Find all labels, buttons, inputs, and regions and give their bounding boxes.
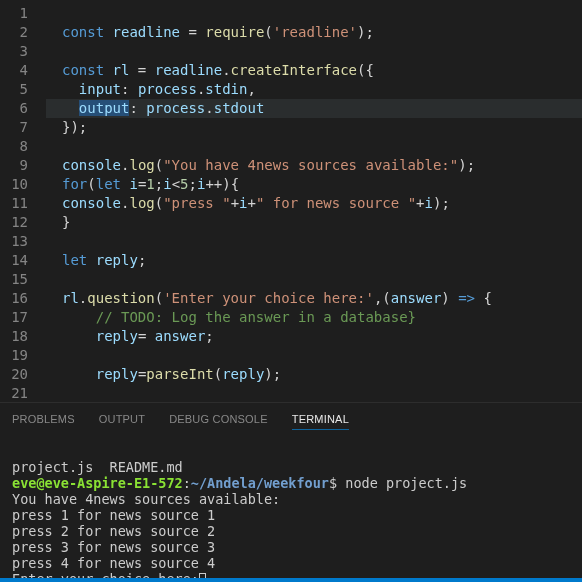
token — [62, 100, 79, 116]
code-line[interactable] — [46, 232, 582, 251]
token: ); — [458, 157, 475, 173]
token: i — [425, 195, 433, 211]
code-line[interactable]: console.log("press "+i+" for news source… — [46, 194, 582, 213]
code-line[interactable] — [46, 346, 582, 365]
token: let — [96, 176, 130, 192]
tab-debug-console[interactable]: DEBUG CONSOLE — [169, 413, 268, 425]
token: input — [79, 81, 121, 97]
code-line[interactable]: rl.question('Enter your choice here:',(a… — [46, 289, 582, 308]
line-number: 8 — [0, 137, 28, 156]
tab-terminal[interactable]: TERMINAL — [292, 413, 349, 430]
token: < — [172, 176, 180, 192]
line-number: 14 — [0, 251, 28, 270]
token: ( — [155, 157, 163, 173]
terminal-output-line: You have 4news sources available: — [12, 491, 280, 507]
token: reply — [96, 252, 138, 268]
line-number: 11 — [0, 194, 28, 213]
token: ,( — [374, 290, 391, 306]
code-line[interactable] — [46, 384, 582, 403]
terminal-prompt: $ — [329, 475, 345, 491]
code-line[interactable]: output: process.stdout — [46, 99, 582, 118]
token: ; — [138, 252, 146, 268]
token: log — [129, 195, 154, 211]
line-number: 3 — [0, 42, 28, 61]
token: reply — [96, 328, 138, 344]
token: , — [247, 81, 255, 97]
token: output — [79, 100, 130, 116]
token: "You have 4news sources available:" — [163, 157, 458, 173]
editor-area: 123456789101112131415161718192021 const … — [0, 0, 582, 402]
token: parseInt — [146, 366, 213, 382]
code-line[interactable]: const readline = require('readline'); — [46, 23, 582, 42]
token: ) — [441, 290, 458, 306]
token: stdout — [214, 100, 265, 116]
code-line[interactable]: const rl = readline.createInterface({ — [46, 61, 582, 80]
token: 1 — [146, 176, 154, 192]
line-number: 2 — [0, 23, 28, 42]
code-line[interactable] — [46, 270, 582, 289]
token: => — [458, 290, 475, 306]
code-line[interactable]: reply=parseInt(reply); — [46, 365, 582, 384]
token: ); — [264, 366, 281, 382]
status-bar — [0, 578, 582, 582]
code-line[interactable]: } — [46, 213, 582, 232]
line-number: 16 — [0, 289, 28, 308]
code-line[interactable] — [46, 137, 582, 156]
line-number: 1 — [0, 4, 28, 23]
token: ( — [155, 195, 163, 211]
line-number: 6 — [0, 99, 28, 118]
line-number: 13 — [0, 232, 28, 251]
token: ++){ — [205, 176, 239, 192]
line-number: 15 — [0, 270, 28, 289]
terminal-output-line: press 3 for news source 3 — [12, 539, 215, 555]
token: i — [239, 195, 247, 211]
line-number-gutter: 123456789101112131415161718192021 — [0, 0, 46, 402]
token: } — [62, 214, 70, 230]
tab-problems[interactable]: PROBLEMS — [12, 413, 75, 425]
token: = — [129, 62, 154, 78]
code-line[interactable]: }); — [46, 118, 582, 137]
token: "press " — [163, 195, 230, 211]
terminal[interactable]: project.js README.md eve@eve-Aspire-E1-5… — [0, 435, 582, 578]
token: = — [180, 24, 205, 40]
token: ( — [87, 176, 95, 192]
token: ; — [189, 176, 197, 192]
code-line[interactable]: // TODO: Log the answer in a database} — [46, 308, 582, 327]
tab-output[interactable]: OUTPUT — [99, 413, 145, 425]
token: ( — [264, 24, 272, 40]
token: : — [121, 81, 138, 97]
token: stdin — [205, 81, 247, 97]
token: ( — [155, 290, 163, 306]
token: i — [163, 176, 171, 192]
token: " for news source " — [256, 195, 416, 211]
code-line[interactable]: input: process.stdin, — [46, 80, 582, 99]
line-number: 19 — [0, 346, 28, 365]
terminal-output-line: press 2 for news source 2 — [12, 523, 215, 539]
panel-tabs: PROBLEMS OUTPUT DEBUG CONSOLE TERMINAL — [0, 402, 582, 435]
token: require — [205, 24, 264, 40]
token: : — [129, 100, 146, 116]
token: . — [205, 100, 213, 116]
token: ; — [155, 176, 163, 192]
token: + — [231, 195, 239, 211]
token: readline — [113, 24, 180, 40]
token — [62, 366, 96, 382]
code-content[interactable]: const readline = require('readline');con… — [46, 0, 582, 402]
token: + — [248, 195, 256, 211]
code-line[interactable]: console.log("You have 4news sources avai… — [46, 156, 582, 175]
line-number: 21 — [0, 384, 28, 403]
token — [62, 81, 79, 97]
code-line[interactable] — [46, 42, 582, 61]
token: createInterface — [231, 62, 357, 78]
code-line[interactable] — [46, 4, 582, 23]
code-line[interactable]: for(let i=1;i<5;i++){ — [46, 175, 582, 194]
code-line[interactable]: reply= answer; — [46, 327, 582, 346]
token: ; — [205, 328, 213, 344]
line-number: 4 — [0, 61, 28, 80]
line-number: 5 — [0, 80, 28, 99]
token: process — [138, 81, 197, 97]
terminal-file-list: project.js README.md — [12, 459, 183, 475]
token: i — [129, 176, 137, 192]
line-number: 9 — [0, 156, 28, 175]
code-line[interactable]: let reply; — [46, 251, 582, 270]
